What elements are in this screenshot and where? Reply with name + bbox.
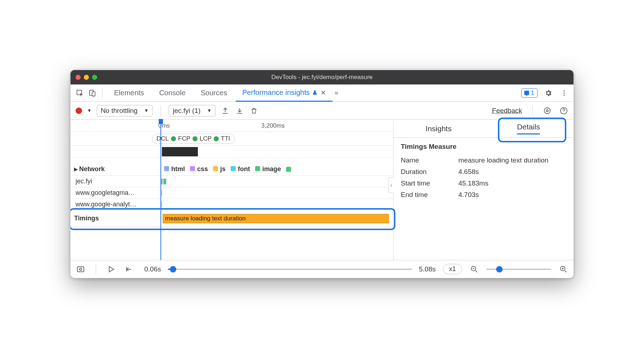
rewind-icon[interactable] — [123, 264, 133, 274]
swatch-image-icon — [255, 166, 260, 171]
play-icon[interactable] — [106, 264, 116, 274]
detail-key: Duration — [401, 168, 458, 176]
legend-item: image — [255, 165, 281, 173]
marker-dot-icon — [192, 136, 198, 141]
devtools-window: DevTools - jec.fyi/demo/perf-measure Ele… — [70, 70, 574, 278]
ruler-ticks[interactable]: 0ms 3,200ms — [157, 120, 393, 132]
details-panel: Insights Details Timings Measure Name me… — [394, 120, 573, 260]
swatch-css-icon — [190, 166, 195, 171]
zoom-out-icon[interactable] — [469, 264, 479, 274]
timings-label: Timings — [71, 215, 157, 222]
throttling-select[interactable]: No throttling ▼ — [97, 105, 153, 116]
zoom-slider[interactable] — [486, 269, 551, 270]
tab-insights[interactable]: Insights — [394, 120, 484, 137]
svg-point-10 — [80, 268, 82, 270]
tab-elements[interactable]: Elements — [108, 84, 150, 102]
delete-icon[interactable] — [249, 106, 259, 115]
details-section-title: Timings Measure — [401, 143, 566, 151]
maximize-window-button[interactable] — [92, 75, 97, 80]
help-icon[interactable] — [559, 106, 568, 115]
export-icon[interactable] — [221, 106, 230, 115]
detail-value: 45.183ms — [458, 179, 566, 187]
recording-label: jec.fyi (1) — [173, 107, 200, 115]
import-icon[interactable] — [235, 106, 244, 115]
preview-toggle-icon[interactable] — [76, 264, 86, 274]
metric-label: LCP — [200, 135, 212, 142]
separator — [102, 88, 103, 99]
zoom-level-pill[interactable]: x1 — [443, 264, 462, 274]
detail-value: 4.658s — [458, 168, 566, 176]
request-bar[interactable] — [161, 179, 163, 184]
track-area: 0ms 3,200ms DCL FCP LCP — [71, 120, 393, 260]
network-row[interactable]: www.google-analyt… — [71, 199, 393, 210]
metrics-row: DCL FCP LCP TTI — [71, 132, 393, 146]
record-dropdown-icon[interactable]: ▼ — [87, 108, 92, 113]
kebab-menu-icon[interactable] — [559, 88, 569, 98]
panel-settings-icon[interactable] — [543, 106, 552, 115]
chevron-down-icon: ▼ — [144, 108, 149, 113]
detail-row: Duration 4.658s — [401, 168, 566, 176]
playhead[interactable] — [160, 120, 161, 260]
time-slider[interactable] — [168, 269, 412, 270]
separator — [532, 105, 532, 116]
tab-label: Performance insights — [242, 88, 310, 97]
marker-dot-icon — [214, 136, 219, 141]
swatch-js-icon — [213, 166, 218, 171]
details-body: Timings Measure Name measure loading tex… — [394, 138, 573, 207]
request-bar[interactable] — [163, 179, 166, 184]
swatch-extra-icon — [286, 167, 291, 172]
end-time: 5.08s — [419, 265, 436, 273]
rtab-label: Insights — [426, 124, 452, 133]
detail-key: End time — [401, 191, 458, 199]
window-controls — [76, 75, 97, 80]
overview-bar — [162, 147, 198, 156]
zoom-level-label: x1 — [449, 265, 456, 273]
svg-point-3 — [563, 90, 564, 91]
network-legend: html css js font image — [157, 163, 393, 175]
flask-icon — [312, 90, 318, 96]
recording-toolbar: ▼ No throttling ▼ jec.fyi (1) ▼ Feedback — [71, 102, 573, 120]
separator — [160, 105, 161, 116]
timing-measure-bar[interactable]: measure loading text duration — [163, 214, 389, 223]
network-host: www.google-analyt… — [71, 201, 157, 208]
detail-value: 4.703s — [458, 191, 566, 199]
detail-key: Start time — [401, 179, 458, 187]
metric-label: FCP — [178, 135, 190, 142]
svg-rect-2 — [92, 92, 95, 96]
zoom-in-icon[interactable] — [558, 264, 568, 274]
tab-label: Sources — [201, 89, 227, 97]
tab-console[interactable]: Console — [153, 84, 192, 102]
disclosure-triangle-icon: ▶ — [74, 166, 78, 172]
record-button[interactable] — [76, 107, 82, 114]
main-tabs: Elements Console Sources Performance ins… — [71, 84, 573, 102]
legend-item: js — [213, 165, 226, 173]
settings-gear-icon[interactable] — [543, 88, 553, 98]
tick-label: 3,200ms — [261, 122, 285, 129]
network-row[interactable]: jec.fyi — [71, 176, 393, 187]
svg-rect-9 — [77, 267, 84, 272]
feedback-link[interactable]: Feedback — [492, 107, 522, 115]
timings-section: Timings measure loading text duration — [71, 210, 393, 227]
close-window-button[interactable] — [76, 75, 81, 80]
tab-sources[interactable]: Sources — [194, 84, 233, 102]
metric-label: TTI — [221, 135, 230, 142]
close-tab-icon[interactable]: ✕ — [321, 89, 326, 97]
tab-details[interactable]: Details — [484, 120, 573, 137]
legend-item: html — [164, 165, 185, 173]
more-tabs-icon[interactable]: » — [335, 89, 338, 97]
network-row[interactable]: www.googletagma… — [71, 187, 393, 199]
tabbar-right: 1 — [521, 88, 569, 98]
recording-select[interactable]: jec.fyi (1) ▼ — [169, 105, 216, 116]
separator — [96, 264, 96, 275]
inspect-icon[interactable] — [75, 88, 85, 98]
messages-badge[interactable]: 1 — [521, 88, 538, 98]
device-toggle-icon[interactable] — [87, 88, 97, 98]
network-section-header[interactable]: ▶ Network html css js font image — [71, 163, 393, 176]
tab-performance-insights[interactable]: Performance insights ✕ — [236, 84, 332, 102]
minimize-window-button[interactable] — [84, 75, 89, 80]
svg-point-4 — [563, 92, 564, 93]
collapse-rightpane-handle[interactable]: › — [389, 177, 394, 193]
metric-marker-pill[interactable]: DCL FCP LCP TTI — [152, 134, 235, 144]
detail-value: measure loading text duration — [458, 156, 566, 164]
marker-dot-icon — [171, 136, 176, 141]
